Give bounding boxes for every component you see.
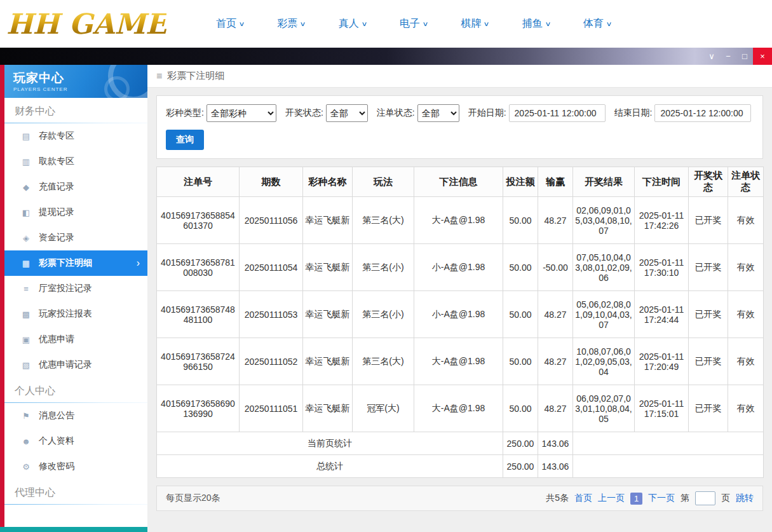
lottery-type-select[interactable]: 全部彩种 — [207, 104, 276, 122]
sidebar-item-1-0[interactable]: ⚑消息公告 — [4, 403, 147, 428]
hamburger-menu-icon[interactable]: ≡ — [156, 71, 162, 82]
window-titlebar: ∨ − □ × — [0, 48, 772, 65]
nav-item-label: 电子 — [400, 17, 420, 31]
table-cell: 20250111053 — [240, 291, 303, 338]
table-cell: 20250111051 — [240, 385, 303, 432]
bet-table: 注单号期数彩种名称玩法下注信息投注额输赢开奖结果下注时间开奖状态注单状态 401… — [156, 167, 764, 478]
table-cell: 有效 — [728, 197, 764, 244]
page-title: 彩票下注明细 — [167, 70, 224, 82]
table-row-3: 40156917365872496615020250111052幸运飞艇新第三名… — [157, 338, 764, 385]
sidebar-item-0-6[interactable]: ≡厅室投注记录 — [4, 276, 147, 301]
nav-item-6[interactable]: 体育∨ — [583, 17, 611, 31]
sidebar-item-0-0[interactable]: ▤存款专区 — [4, 123, 147, 149]
window-minimize-icon[interactable]: − — [720, 48, 736, 65]
sidebar-item-label: 提现记录 — [39, 207, 74, 218]
total-summary-row: 总统计250.00143.06 — [157, 455, 764, 478]
current-page-indicator[interactable]: 1 — [630, 493, 642, 505]
nav-item-label: 体育 — [583, 17, 604, 31]
first-page-link[interactable]: 首页 — [574, 493, 592, 504]
jump-button[interactable]: 跳转 — [736, 493, 754, 504]
window-maximize-icon[interactable]: □ — [736, 48, 753, 65]
table-cell: 小-A盘@1.98 — [414, 291, 503, 338]
table-cell: 401569173658690136990 — [157, 385, 240, 432]
table-cell: 07,05,10,04,03,08,01,02,09,06 — [573, 244, 635, 291]
table-cell: 有效 — [728, 291, 764, 338]
sidebar-item-label: 玩家投注报表 — [39, 308, 92, 320]
table-header-cell: 投注额 — [503, 167, 538, 197]
table-cell: 第三名(大) — [353, 197, 414, 244]
chevron-right-icon: › — [137, 257, 140, 269]
start-date-input[interactable] — [509, 104, 606, 122]
sidebar-item-0-9[interactable]: ▧优惠申请记录 — [4, 352, 147, 378]
table-cell: 幸运飞艇新 — [303, 197, 353, 244]
promo-apply-record-icon: ▧ — [21, 360, 31, 370]
nav-item-3[interactable]: 电子∨ — [400, 17, 428, 31]
sidebar-item-label: 存款专区 — [39, 130, 74, 142]
sidebar-header: 玩家中心 PLAYERS CENTER — [4, 65, 147, 98]
page-jump-input[interactable] — [695, 491, 715, 505]
nav-item-label: 棋牌 — [461, 17, 481, 31]
draw-status-select[interactable]: 全部 — [326, 104, 368, 122]
sidebar-section-label-2: 代理中心 — [4, 479, 147, 505]
table-cell: 401569173658748481100 — [157, 291, 240, 338]
table-header-cell: 下注信息 — [414, 167, 503, 197]
table-cell: 50.00 — [503, 385, 538, 432]
gear-icon: ⚙ — [21, 462, 31, 472]
sidebar-item-1-1[interactable]: ☻个人资料 — [4, 428, 147, 454]
summary-label: 总统计 — [157, 455, 503, 478]
nav-item-5[interactable]: 捕鱼∨ — [522, 17, 550, 31]
withdrawal-record-icon: ◧ — [21, 208, 31, 217]
summary-empty — [573, 455, 764, 478]
page-root: HH GAME 首页∨彩票∨真人∨电子∨棋牌∨捕鱼∨体育∨ ∨ − □ × 玩家… — [0, 0, 772, 532]
order-status-select[interactable]: 全部 — [417, 104, 459, 122]
chevron-down-icon: ∨ — [300, 20, 306, 27]
lottery-type-label: 彩种类型: — [166, 107, 204, 119]
filter-panel: 彩种类型: 全部彩种 开奖状态: 全部 注单状态: 全部 开始日期: — [156, 95, 763, 159]
table-cell: 第三名(小) — [353, 291, 414, 338]
table-cell: 20250111056 — [240, 197, 303, 244]
sidebar-item-0-4[interactable]: ◈资金记录 — [4, 225, 147, 250]
sidebar-item-label: 充值记录 — [39, 181, 74, 193]
draw-status-label: 开奖状态: — [285, 107, 323, 119]
prev-page-link[interactable]: 上一页 — [598, 493, 625, 504]
summary-empty — [573, 432, 764, 455]
table-header-cell: 开奖结果 — [573, 167, 635, 197]
nav-item-label: 首页 — [216, 17, 236, 31]
sidebar-item-0-7[interactable]: ▩玩家投注报表 — [4, 301, 147, 327]
jump-label-suffix: 页 — [721, 493, 730, 504]
brand-logo-text: HH GAME — [6, 8, 166, 40]
sidebar-menu: 财务中心▤存款专区▥取款专区◆充值记录◧提现记录◈资金记录▦彩票下注明细›≡厅室… — [4, 98, 147, 505]
chevron-down-icon: ∨ — [423, 20, 429, 27]
table-cell: 50.00 — [503, 244, 538, 291]
sidebar-item-0-8[interactable]: ▣优惠申请 — [4, 327, 147, 352]
sidebar-title: 玩家中心 — [13, 70, 147, 86]
promo-apply-icon: ▣ — [21, 335, 31, 344]
sidebar-item-0-1[interactable]: ▥取款专区 — [4, 149, 147, 174]
top-header: HH GAME 首页∨彩票∨真人∨电子∨棋牌∨捕鱼∨体育∨ — [0, 0, 772, 48]
window-close-icon[interactable]: × — [753, 48, 772, 65]
page-summary-row: 当前页统计250.00143.06 — [157, 432, 764, 455]
sidebar: 玩家中心 PLAYERS CENTER 财务中心▤存款专区▥取款专区◆充值记录◧… — [4, 65, 147, 532]
sidebar-item-0-3[interactable]: ◧提现记录 — [4, 200, 147, 225]
lottery-bet-detail-icon: ▦ — [21, 259, 31, 268]
window-collapse-icon[interactable]: ∨ — [703, 48, 720, 65]
table-header-cell: 开奖状态 — [689, 167, 728, 197]
brand-logo[interactable]: HH GAME — [0, 2, 191, 46]
query-button[interactable]: 查询 — [166, 130, 204, 150]
end-date-input[interactable] — [654, 104, 751, 122]
sidebar-section-label-0: 财务中心 — [4, 98, 147, 123]
nav-item-4[interactable]: 棋牌∨ — [461, 17, 489, 31]
sidebar-item-1-2[interactable]: ⚙修改密码 — [4, 454, 147, 479]
nav-item-2[interactable]: 真人∨ — [339, 17, 367, 31]
table-cell: 第三名(小) — [353, 244, 414, 291]
nav-item-0[interactable]: 首页∨ — [216, 17, 244, 31]
start-date-label: 开始日期: — [468, 107, 506, 119]
table-cell: 50.00 — [503, 338, 538, 385]
table-cell: 幸运飞艇新 — [303, 385, 353, 432]
sidebar-item-label: 优惠申请 — [39, 334, 74, 345]
next-page-link[interactable]: 下一页 — [648, 493, 675, 504]
sidebar-item-0-5[interactable]: ▦彩票下注明细› — [4, 250, 147, 276]
table-header-cell: 输赢 — [538, 167, 573, 197]
nav-item-1[interactable]: 彩票∨ — [277, 17, 305, 31]
sidebar-item-0-2[interactable]: ◆充值记录 — [4, 174, 147, 200]
